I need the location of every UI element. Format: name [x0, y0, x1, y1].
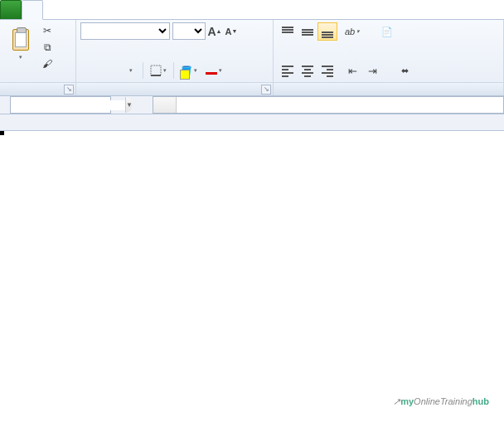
- formula-bar-row: ▼: [0, 96, 504, 114]
- font-color-button[interactable]: [201, 61, 226, 80]
- tab-insert[interactable]: [43, 0, 63, 19]
- group-label-clipboard: ↘: [0, 82, 75, 95]
- tab-review[interactable]: [123, 0, 143, 19]
- font-size-select[interactable]: [172, 22, 206, 40]
- increase-indent-button[interactable]: ⇥: [362, 61, 382, 80]
- spacer: [0, 114, 504, 131]
- ribbon-tabs: [0, 0, 504, 20]
- tab-home[interactable]: [22, 0, 43, 20]
- align-right-button[interactable]: [317, 61, 337, 80]
- bold-button[interactable]: [80, 61, 100, 80]
- tab-page-layout[interactable]: [63, 0, 83, 19]
- group-font: A▲ A▼ 🪣 ↘: [76, 20, 274, 95]
- increase-font-icon[interactable]: A▲: [207, 22, 222, 40]
- group-alignment: ab 📄 ⇤ ⇥ ⬌: [274, 20, 504, 95]
- watermark: ↗myOnlineTraininghub: [393, 396, 489, 407]
- align-left-button[interactable]: [278, 61, 298, 80]
- tab-formulas[interactable]: [83, 0, 103, 19]
- wrap-text-button[interactable]: 📄: [377, 22, 400, 41]
- tab-file[interactable]: [0, 0, 22, 19]
- merge-center-button[interactable]: ⬌: [397, 61, 416, 80]
- chevron-down-icon: ▾: [19, 54, 22, 61]
- clipboard-launcher[interactable]: ↘: [64, 85, 74, 95]
- name-box-input[interactable]: [11, 100, 125, 110]
- decrease-indent-button[interactable]: ⇤: [342, 61, 362, 80]
- align-middle-button[interactable]: [298, 22, 317, 41]
- formula-bar[interactable]: [153, 96, 504, 114]
- italic-button[interactable]: [100, 61, 120, 80]
- tab-view[interactable]: [143, 0, 162, 19]
- fx-icon[interactable]: [153, 97, 177, 113]
- selection-box: [0, 131, 3, 134]
- merge-icon: ⬌: [401, 66, 409, 76]
- cut-icon[interactable]: ✂: [41, 24, 54, 37]
- group-clipboard: ▾ ✂ ⧉ 🖌 ↘: [0, 20, 76, 95]
- borders-button[interactable]: [146, 61, 171, 80]
- group-label-alignment: [274, 82, 503, 95]
- underline-button[interactable]: [120, 61, 140, 80]
- group-label-font: ↘: [76, 82, 273, 95]
- formula-input[interactable]: [177, 100, 503, 110]
- border-icon: [150, 65, 162, 76]
- ribbon: ▾ ✂ ⧉ 🖌 ↘ A▲ A▼: [0, 20, 504, 96]
- format-painter-icon[interactable]: 🖌: [41, 57, 54, 70]
- name-box[interactable]: ▼: [10, 96, 111, 114]
- align-top-button[interactable]: [278, 22, 298, 41]
- paste-icon: [8, 22, 33, 54]
- align-center-button[interactable]: [298, 61, 317, 80]
- font-launcher[interactable]: ↘: [261, 85, 271, 95]
- copy-icon[interactable]: ⧉: [41, 41, 54, 54]
- svg-rect-0: [151, 66, 161, 75]
- orientation-button[interactable]: ab: [342, 22, 362, 41]
- align-bottom-button[interactable]: [317, 22, 337, 41]
- wrap-text-icon: 📄: [381, 27, 393, 37]
- tab-data[interactable]: [103, 0, 123, 19]
- tab-developer[interactable]: [162, 0, 182, 19]
- fill-color-button[interactable]: 🪣: [177, 61, 201, 80]
- font-name-select[interactable]: [80, 22, 170, 40]
- paste-button[interactable]: ▾: [4, 22, 37, 80]
- name-box-dropdown[interactable]: ▼: [125, 97, 133, 113]
- decrease-font-icon[interactable]: A▼: [224, 22, 239, 40]
